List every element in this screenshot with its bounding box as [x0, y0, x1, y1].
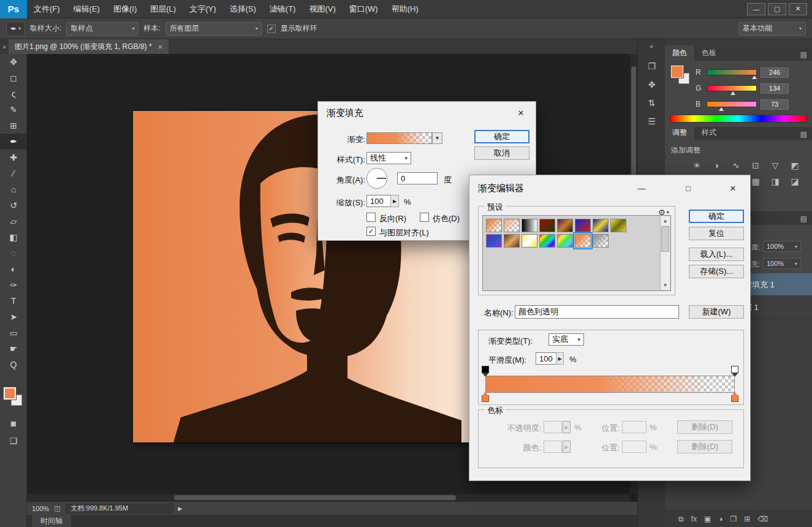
- eraser-tool[interactable]: ▱: [0, 213, 27, 229]
- angle-dial[interactable]: [366, 168, 387, 189]
- workspace-select[interactable]: 基本功能 ▾: [738, 22, 806, 36]
- gradient-preset-swatch[interactable]: [522, 234, 537, 248]
- crop-tool[interactable]: ⊞: [0, 118, 27, 134]
- channel-value-field[interactable]: 134: [761, 83, 789, 94]
- angle-field[interactable]: 0: [397, 172, 438, 184]
- ok-button[interactable]: 确定: [474, 130, 529, 143]
- gradient-preset-swatch[interactable]: [575, 234, 591, 248]
- document-info[interactable]: 文档:999.8K/1.95M: [66, 504, 173, 514]
- move-tool[interactable]: ✥: [0, 54, 27, 70]
- channel-slider[interactable]: [707, 69, 757, 75]
- opacity-stop-left[interactable]: [482, 366, 489, 373]
- ok-button[interactable]: 确定: [689, 210, 744, 223]
- foreground-color-swatch[interactable]: [671, 66, 683, 78]
- horizontal-scrollbar[interactable]: [27, 494, 630, 501]
- menu-item[interactable]: 图像(I): [107, 4, 143, 15]
- current-tool-button[interactable]: ✒ ▾: [6, 21, 25, 36]
- style-select[interactable]: 线性 ▾: [366, 152, 411, 164]
- dialog-title-bar[interactable]: 渐变填充 ✕: [318, 102, 536, 124]
- channel-slider[interactable]: [707, 85, 757, 91]
- scale-field[interactable]: 100: [366, 195, 391, 207]
- gradient-preset-swatch[interactable]: [575, 219, 591, 232]
- panel-menu-icon[interactable]: ▤: [800, 214, 807, 223]
- healing-brush-tool[interactable]: ✚: [0, 150, 27, 165]
- scroll-down-icon[interactable]: ▼: [661, 281, 670, 290]
- zoom-tool[interactable]: Q: [0, 357, 27, 373]
- tab-adjustments[interactable]: 调整: [665, 125, 694, 140]
- align-with-layer-checkbox[interactable]: ✓: [366, 227, 376, 236]
- document-tab[interactable]: 图片1.png @ 100% (渐变填充 1, RGB/8) * ×: [9, 39, 169, 54]
- gradient-preset-swatch[interactable]: [557, 234, 573, 248]
- slider-handle[interactable]: [752, 75, 757, 79]
- collapsed-panel-icon-3[interactable]: ⇅: [638, 94, 666, 112]
- gradient-preset-swatch[interactable]: [593, 219, 609, 232]
- brightness-contrast-icon[interactable]: ☀: [687, 157, 707, 173]
- gradient-preset-swatch[interactable]: [593, 234, 609, 248]
- smoothness-field[interactable]: 100: [536, 352, 556, 365]
- close-icon[interactable]: ✕: [721, 175, 745, 201]
- channel-value-field[interactable]: 246: [761, 67, 789, 78]
- history-brush-tool[interactable]: ↺: [0, 197, 27, 213]
- clone-stamp-tool[interactable]: ⌂: [0, 181, 27, 197]
- new-layer-icon[interactable]: ⊞: [744, 515, 750, 523]
- scale-spinner[interactable]: ▶: [390, 195, 399, 207]
- gradient-preset-swatch[interactable]: [486, 234, 502, 248]
- adjustment-layer-icon[interactable]: ◑: [718, 515, 723, 523]
- opacity-stop-right[interactable]: [731, 366, 738, 373]
- slider-handle[interactable]: [719, 107, 724, 111]
- dodge-tool[interactable]: ◐: [0, 261, 27, 277]
- gradient-dropdown-button[interactable]: ▼: [432, 132, 442, 144]
- path-selection-tool[interactable]: ➤: [0, 309, 27, 325]
- color-lookup-icon[interactable]: ◨: [765, 173, 785, 189]
- exposure-icon[interactable]: ⊡: [746, 157, 765, 173]
- menu-item[interactable]: 滤镜(T): [263, 4, 303, 15]
- reverse-checkbox[interactable]: [366, 213, 376, 222]
- menu-item[interactable]: 文字(Y): [183, 4, 222, 15]
- minimize-button[interactable]: —: [747, 3, 765, 15]
- gradient-type-select[interactable]: 实底 ▾: [548, 333, 584, 346]
- show-sampling-ring-checkbox[interactable]: ✓: [267, 25, 276, 33]
- smoothness-spinner[interactable]: ▶: [556, 352, 564, 365]
- vibrance-icon[interactable]: ▽: [765, 157, 785, 173]
- zoom-level[interactable]: 100%: [32, 505, 49, 512]
- marquee-tool[interactable]: ◻: [0, 70, 27, 86]
- eyedropper-tool[interactable]: ✒: [0, 134, 27, 150]
- gradient-preview[interactable]: [366, 132, 432, 144]
- panel-menu-icon[interactable]: ▤: [800, 130, 807, 138]
- close-tab-icon[interactable]: ×: [158, 42, 163, 51]
- reset-button[interactable]: 复位: [689, 227, 744, 240]
- hue-saturation-icon[interactable]: ◩: [785, 157, 805, 173]
- brush-tool[interactable]: ⁄: [0, 165, 27, 181]
- tab-color[interactable]: 颜色: [665, 45, 694, 61]
- gradient-tool[interactable]: ◧: [0, 229, 27, 245]
- gradient-preset-swatch[interactable]: [610, 219, 626, 232]
- layer-mask-icon[interactable]: ▣: [704, 515, 711, 523]
- levels-icon[interactable]: ◑: [707, 157, 726, 173]
- channel-value-field[interactable]: 73: [761, 99, 789, 110]
- scrollbar-thumb[interactable]: [174, 495, 456, 500]
- maximize-icon[interactable]: □: [677, 175, 700, 201]
- quick-mask-button[interactable]: ◙: [0, 415, 27, 431]
- save-button[interactable]: 存储(S)...: [689, 265, 744, 278]
- dither-checkbox[interactable]: [420, 213, 429, 222]
- curves-icon[interactable]: ∿: [726, 157, 746, 173]
- fill-field[interactable]: 100% ▾: [763, 258, 801, 269]
- panel-menu-icon[interactable]: ▤: [800, 50, 807, 59]
- lasso-tool[interactable]: ς: [0, 86, 27, 102]
- color-stop-right[interactable]: [731, 395, 738, 402]
- new-button[interactable]: 新建(W): [689, 305, 744, 319]
- minimize-icon[interactable]: —: [630, 175, 653, 201]
- shape-tool[interactable]: ▭: [0, 325, 27, 341]
- menu-item[interactable]: 帮助(H): [385, 4, 425, 15]
- screen-mode-button[interactable]: ❏: [0, 433, 27, 449]
- menu-item[interactable]: 图层(L): [143, 4, 183, 15]
- close-icon[interactable]: ✕: [506, 102, 536, 124]
- collapsed-panel-icon-2[interactable]: ✥: [638, 75, 666, 94]
- tab-styles[interactable]: 样式: [694, 125, 724, 140]
- gradient-preset-swatch[interactable]: [539, 219, 555, 232]
- cancel-button[interactable]: 取消: [474, 146, 529, 160]
- expand-panel-icon[interactable]: »: [0, 44, 9, 54]
- link-layers-icon[interactable]: ⧉: [678, 515, 684, 523]
- menu-item[interactable]: 窗口(W): [343, 4, 385, 15]
- gradient-preset-swatch[interactable]: [486, 219, 502, 232]
